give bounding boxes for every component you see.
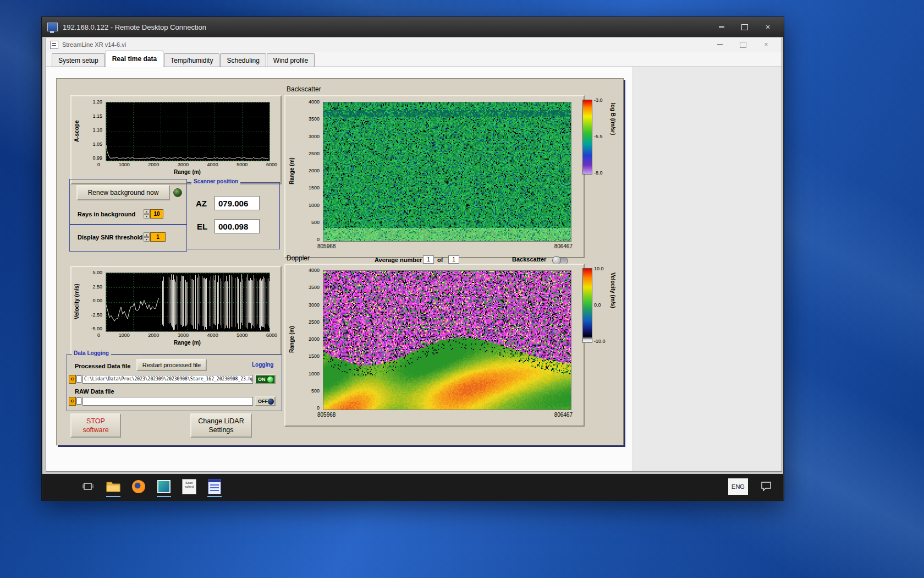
- doppler-xrange: 805968 806467: [317, 412, 573, 418]
- scanner-position-label: Scanner position: [191, 178, 240, 184]
- tick-label: 1.05: [92, 141, 102, 147]
- backscatter-colorbar-ticks: -3.0-5.5-8.0: [594, 97, 610, 176]
- data-logging-label: Data Logging: [72, 350, 111, 356]
- tick-label: 0.00: [92, 298, 102, 303]
- tab-temp-humidity[interactable]: Temp/humidity: [164, 53, 219, 67]
- scan-sched-button[interactable]: Scan sched: [178, 476, 200, 498]
- snr-spinner[interactable]: [144, 232, 150, 242]
- vi-icon: [50, 41, 58, 49]
- raw-browse-icon[interactable]: [76, 397, 81, 405]
- task-view-button[interactable]: [77, 476, 99, 498]
- tab-real-time-data[interactable]: Real time data: [106, 51, 163, 67]
- app-titlebar[interactable]: StreamLine XR v14-6.vi ×: [46, 37, 782, 52]
- tick-label: 5000: [237, 332, 248, 338]
- processed-browse-icon[interactable]: [76, 375, 81, 383]
- firefox-button[interactable]: [128, 476, 150, 498]
- tick-label: 6000: [266, 162, 277, 167]
- raw-logging-off-button[interactable]: OFF: [255, 396, 276, 406]
- rdc-titlebar[interactable]: 192.168.0.122 - Remote Desktop Connectio…: [42, 17, 784, 37]
- spinner-up-icon[interactable]: [144, 232, 150, 237]
- off-label: OFF: [258, 399, 268, 404]
- tick-label: 1.15: [92, 113, 102, 119]
- taskbar-icons: Scan sched: [75, 476, 227, 498]
- tick-label: 0: [317, 237, 320, 242]
- tick-label: 4000: [309, 268, 320, 273]
- app-window: StreamLine XR v14-6.vi × System setup Re…: [46, 37, 782, 472]
- snr-value-field[interactable]: 1: [150, 232, 166, 242]
- logging-label: Logging: [252, 362, 273, 368]
- tab-system-setup[interactable]: System setup: [52, 53, 105, 67]
- green-led-icon: [267, 377, 273, 383]
- doppler-yticks: 40003500300025002000150010005000: [298, 268, 320, 411]
- tick-label: 2000: [148, 162, 159, 167]
- background-controls-group: Renew background now Rays in background …: [69, 179, 187, 225]
- renew-background-led: [173, 188, 182, 197]
- backscatter-x-start: 805968: [317, 243, 336, 249]
- restore-icon: [740, 42, 746, 48]
- tick-label: 2000: [309, 336, 320, 342]
- rdc-close-button[interactable]: ×: [757, 20, 778, 34]
- tick-label: -2.50: [91, 312, 102, 318]
- backscatter-yticks: 40003500300025002000150010005000: [298, 99, 320, 242]
- ascope-ylabel: A-scope: [73, 102, 80, 160]
- tick-label: 1500: [309, 353, 320, 359]
- image-app-icon: [157, 480, 170, 493]
- tab-wind-profile[interactable]: Wind profile: [267, 53, 315, 67]
- tab-bar: System setup Real time data Temp/humidit…: [46, 52, 782, 67]
- tick-label: 5.00: [92, 270, 102, 275]
- tick-label: 1000: [309, 203, 320, 208]
- tick-label: 1000: [309, 371, 320, 377]
- restart-processed-file-button[interactable]: Restart processed file: [136, 359, 207, 371]
- notes-app-button[interactable]: [204, 476, 226, 498]
- renew-background-button[interactable]: Renew background now: [76, 185, 170, 200]
- rays-spinner[interactable]: [144, 209, 150, 219]
- average-total-field[interactable]: 1: [448, 255, 459, 264]
- data-logging-group: Data Logging Processed Data file Restart…: [67, 354, 282, 411]
- tab-scheduling[interactable]: Scheduling: [220, 53, 266, 67]
- image-viewer-button[interactable]: [153, 476, 175, 498]
- notifications-button[interactable]: [760, 480, 772, 494]
- spinner-down-icon[interactable]: [144, 237, 150, 242]
- file-explorer-button[interactable]: [102, 476, 124, 498]
- processed-logging-on-button[interactable]: ON: [255, 374, 276, 384]
- language-indicator[interactable]: ENG: [728, 478, 748, 495]
- tick-label: 3000: [309, 302, 320, 308]
- tick-label: 0: [317, 405, 320, 411]
- tick-label: 2000: [148, 332, 159, 338]
- blue-document-icon: [208, 479, 221, 494]
- remote-desktop: StreamLine XR v14-6.vi × System setup Re…: [42, 37, 783, 500]
- tick-label: 4000: [207, 332, 218, 338]
- spinner-up-icon[interactable]: [144, 209, 150, 214]
- doppler-x-start: 805968: [317, 412, 336, 418]
- tick-label: 500: [311, 388, 320, 394]
- app-restore-button[interactable]: [732, 39, 755, 50]
- processed-drive-button[interactable]: C: [69, 375, 76, 384]
- change-line1: Change LiDAR: [198, 417, 244, 426]
- tick-label: 1500: [309, 185, 320, 190]
- raw-path-field[interactable]: [82, 397, 253, 406]
- processed-path-field[interactable]: C:\Lidar\Data\Proc\2023\202309\20230908\…: [82, 375, 253, 384]
- rays-value-field[interactable]: 10: [150, 209, 163, 219]
- rdc-minimize-button[interactable]: [711, 20, 732, 34]
- app-minimize-button[interactable]: [708, 39, 732, 50]
- front-panel: Backscatter A-scope 1.201.151.101.050.99…: [56, 78, 624, 445]
- stop-software-button[interactable]: STOP software: [70, 413, 121, 438]
- tick-label: 3500: [309, 285, 320, 290]
- on-label: ON: [258, 377, 266, 382]
- rays-in-background-label: Rays in background: [78, 211, 135, 217]
- close-icon: ×: [764, 41, 768, 48]
- processed-data-file-label: Processed Data file: [75, 363, 131, 369]
- app-close-button[interactable]: ×: [755, 39, 778, 50]
- doppler-ylabel: Range (m): [288, 301, 295, 378]
- spinner-down-icon[interactable]: [144, 214, 150, 219]
- velocity-yticks: 5.002.500.00-2.50-5.00: [82, 270, 102, 331]
- average-number-field[interactable]: 1: [423, 255, 434, 264]
- scanner-position-group: Scanner position AZ 079.006 EL 000.098: [186, 182, 280, 249]
- raw-drive-button[interactable]: C: [69, 397, 76, 406]
- scan-sched-icon: Scan sched: [182, 479, 196, 494]
- az-field[interactable]: 079.006: [215, 196, 260, 210]
- el-field[interactable]: 000.098: [215, 219, 260, 233]
- rdc-maximize-button[interactable]: [734, 20, 755, 34]
- change-lidar-settings-button[interactable]: Change LiDAR Settings: [190, 413, 252, 438]
- tick-label: 5000: [237, 162, 248, 167]
